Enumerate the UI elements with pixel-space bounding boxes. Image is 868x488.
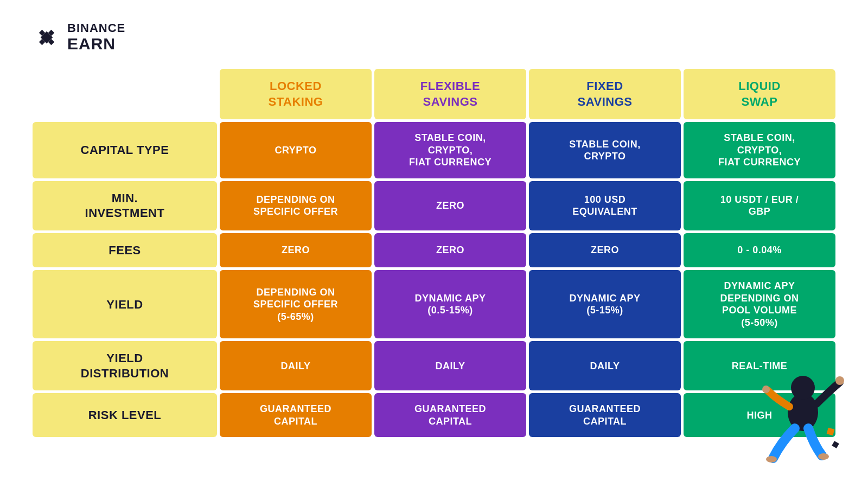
cell-row0-col0: CRYPTO — [220, 122, 372, 178]
column-header-liquid: LIQUID SWAP — [684, 69, 835, 119]
cell-row3-col2: DYNAMIC APY (5-15%) — [529, 270, 681, 338]
row-label-5: RISK LEVEL — [33, 393, 217, 437]
cell-row1-col0: DEPENDING ON SPECIFIC OFFER — [220, 181, 372, 230]
svg-point-9 — [766, 456, 777, 463]
svg-point-10 — [818, 453, 829, 460]
cell-row2-col2: ZERO — [529, 233, 681, 268]
svg-point-7 — [791, 376, 815, 400]
svg-point-11 — [762, 386, 770, 393]
cell-row5-col2: GUARANTEED CAPITAL — [529, 393, 681, 437]
comparison-table: LOCKED STAKINGFLEXIBLE SAVINGSFIXED SAVI… — [33, 69, 835, 466]
svg-rect-12 — [827, 428, 835, 436]
logo-earn-label: EARN — [67, 35, 125, 53]
cell-row1-col1: ZERO — [374, 181, 526, 230]
cell-row4-col1: DAILY — [374, 341, 526, 390]
cell-row3-col3: DYNAMIC APY DEPENDING ON POOL VOLUME (5-… — [684, 270, 835, 338]
cell-row2-col0: ZERO — [220, 233, 372, 268]
character-figure — [760, 352, 846, 472]
column-header-locked: LOCKED STAKING — [220, 69, 372, 119]
cell-row1-col3: 10 USDT / EUR / GBP — [684, 181, 835, 230]
cell-row1-col2: 100 USD EQUIVALENT — [529, 181, 681, 230]
cell-row5-col0: GUARANTEED CAPITAL — [220, 393, 372, 437]
cell-row2-col1: ZERO — [374, 233, 526, 268]
page: BINANCE EARN LOCKED STAKINGFLEXIBLE SAVI… — [0, 0, 868, 488]
cell-row4-col2: DAILY — [529, 341, 681, 390]
row-label-3: YIELD — [33, 270, 217, 338]
svg-rect-13 — [832, 441, 839, 448]
cell-row0-col1: STABLE COIN, CRYPTO, FIAT CURRENCY — [374, 122, 526, 178]
cell-row2-col3: 0 - 0.04% — [684, 233, 835, 268]
cell-row3-col0: DEPENDING ON SPECIFIC OFFER (5-65%) — [220, 270, 372, 338]
row-label-4: YIELD DISTRIBUTION — [33, 341, 217, 390]
column-header-fixed: FIXED SAVINGS — [529, 69, 681, 119]
cell-row0-col3: STABLE COIN, CRYPTO, FIAT CURRENCY — [684, 122, 835, 178]
row-label-2: FEES — [33, 233, 217, 268]
empty-header-cell — [33, 69, 217, 119]
column-header-flexible: FLEXIBLE SAVINGS — [374, 69, 526, 119]
logo-text: BINANCE EARN — [67, 22, 125, 53]
logo: BINANCE EARN — [33, 22, 125, 53]
character-svg — [760, 352, 846, 472]
cell-row4-col0: DAILY — [220, 341, 372, 390]
row-label-0: CAPITAL TYPE — [33, 122, 217, 178]
cell-row0-col2: STABLE COIN, CRYPTO — [529, 122, 681, 178]
header: BINANCE EARN — [33, 22, 835, 53]
binance-logo-icon — [33, 23, 61, 52]
table-grid: LOCKED STAKINGFLEXIBLE SAVINGSFIXED SAVI… — [33, 69, 835, 437]
row-label-1: MIN. INVESTMENT — [33, 181, 217, 230]
logo-binance-label: BINANCE — [67, 22, 125, 35]
svg-point-8 — [835, 376, 844, 385]
cell-row3-col1: DYNAMIC APY (0.5-15%) — [374, 270, 526, 338]
cell-row5-col1: GUARANTEED CAPITAL — [374, 393, 526, 437]
